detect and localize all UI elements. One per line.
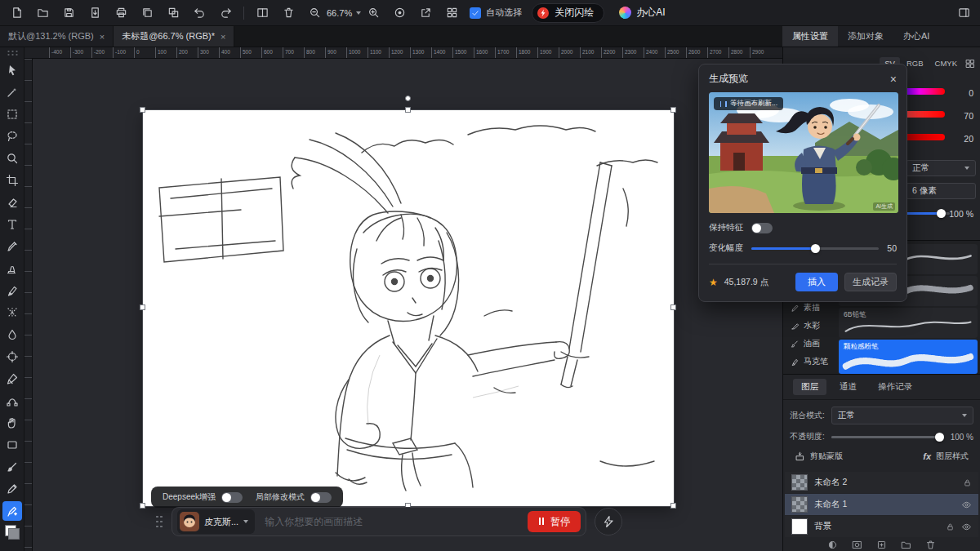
clone-stamp-tool[interactable] xyxy=(2,259,22,278)
split-view-button[interactable] xyxy=(254,5,270,21)
doc-tab-default[interactable]: 默认@131.2% (RGB) × xyxy=(0,26,114,47)
lasso-tool[interactable] xyxy=(2,127,22,146)
selection-handle[interactable] xyxy=(140,503,145,509)
export-button[interactable] xyxy=(87,5,103,21)
redo-button[interactable] xyxy=(217,5,234,21)
doc-tab-untitled[interactable]: 未标题@66.7% (RGB)* × xyxy=(114,26,234,47)
tab-close-icon[interactable]: × xyxy=(100,32,105,42)
duplicate-button[interactable] xyxy=(165,5,181,21)
adjustment-button[interactable] xyxy=(827,540,838,550)
delete-layer-button[interactable] xyxy=(925,540,936,550)
crop-tool[interactable] xyxy=(2,171,22,190)
new-file-button[interactable] xyxy=(8,5,24,21)
brush-item-grain-chalk[interactable]: 颗粒感粉笔 xyxy=(839,340,978,374)
move-tool[interactable] xyxy=(2,60,22,80)
lock-icon[interactable] xyxy=(963,478,972,487)
undo-button[interactable] xyxy=(191,5,207,21)
selection-handle[interactable] xyxy=(140,107,145,113)
shape-tool[interactable] xyxy=(2,435,22,455)
brush-tool[interactable] xyxy=(2,237,22,256)
ai-draw-tool[interactable] xyxy=(2,501,22,521)
panel-layout-button[interactable] xyxy=(956,5,972,21)
color-mode-cmyk[interactable]: CMYK xyxy=(930,57,962,69)
save-button[interactable] xyxy=(60,5,77,21)
tab-channels[interactable]: 通道 xyxy=(831,379,865,395)
curve-tool[interactable] xyxy=(2,391,22,411)
brush-size-field[interactable]: 6 像素 xyxy=(906,183,976,199)
zoom-value[interactable]: 66.7% xyxy=(327,8,352,18)
fill-tool[interactable] xyxy=(2,347,22,367)
selection-handle[interactable] xyxy=(140,304,145,310)
layer-row-background[interactable]: 背景 xyxy=(785,516,978,537)
variation-knob[interactable] xyxy=(811,244,820,253)
prompt-drag-handle[interactable] xyxy=(155,514,163,529)
print-button[interactable] xyxy=(113,5,129,21)
brush-category-oil[interactable]: 油画 xyxy=(783,335,838,353)
insert-button[interactable]: 插入 xyxy=(795,273,838,291)
eraser-tool[interactable] xyxy=(2,193,22,212)
selection-handle[interactable] xyxy=(670,107,676,113)
palette-grid-button[interactable] xyxy=(965,59,975,69)
brush-blend-select[interactable]: 正常 xyxy=(906,160,976,176)
palette-grip[interactable] xyxy=(7,50,18,56)
quick-generate-button[interactable] xyxy=(595,508,622,535)
keep-features-toggle[interactable] xyxy=(751,223,773,233)
apps-grid-button[interactable] xyxy=(443,5,460,21)
layer-row[interactable]: 未命名 2 xyxy=(785,472,978,493)
pencil-tool[interactable] xyxy=(2,479,22,499)
zoom-tool[interactable] xyxy=(2,149,22,168)
group-button[interactable] xyxy=(901,540,911,550)
lock-icon[interactable] xyxy=(946,522,955,531)
local-edit-toggle[interactable] xyxy=(310,492,332,503)
layer-opacity-slider[interactable] xyxy=(831,436,944,438)
preview-image[interactable]: 等待画布刷新... AI生成 xyxy=(709,92,898,213)
blur-tool[interactable] xyxy=(2,325,22,344)
tab-yixin-ai[interactable]: 办心AI xyxy=(893,26,939,47)
opacity-knob[interactable] xyxy=(935,433,944,442)
canvas[interactable] xyxy=(143,110,674,506)
eye-icon[interactable] xyxy=(961,522,972,532)
hand-tool[interactable] xyxy=(2,413,22,433)
open-file-button[interactable] xyxy=(34,5,51,21)
brush-opacity-slider[interactable] xyxy=(906,212,950,215)
mask-button[interactable] xyxy=(852,540,862,550)
close-flash-button[interactable]: 关闭闪绘 xyxy=(532,3,604,23)
layer-style-button[interactable]: fx 图层样式 xyxy=(923,451,969,462)
pause-button[interactable]: 暂停 xyxy=(528,511,581,532)
selection-handle[interactable] xyxy=(405,107,411,113)
new-layer-button[interactable] xyxy=(876,540,887,550)
rotate-handle[interactable] xyxy=(405,96,411,101)
brush-item-6b-pencil[interactable]: 6B铅笔 xyxy=(839,308,978,338)
layer-row-selected[interactable]: 未命名 1 xyxy=(785,494,978,515)
brush-opacity-knob[interactable] xyxy=(937,209,946,218)
pen-tool[interactable] xyxy=(2,369,22,389)
brush-category-marker[interactable]: 马克笔 xyxy=(783,353,838,371)
magic-wand-tool[interactable] xyxy=(2,82,22,102)
clipping-mask-button[interactable]: 剪贴蒙版 xyxy=(795,451,843,462)
style-selector[interactable]: 皮克斯... xyxy=(177,509,255,534)
tab-history[interactable]: 操作记录 xyxy=(870,379,920,395)
eye-icon[interactable] xyxy=(961,500,972,510)
selection-handle[interactable] xyxy=(670,503,676,509)
zoom-out-button[interactable] xyxy=(306,5,323,21)
yixin-ai-button[interactable]: 办心AI xyxy=(614,5,670,20)
prompt-input[interactable] xyxy=(263,515,519,528)
tab-add-object[interactable]: 添加对象 xyxy=(838,26,893,47)
delete-button[interactable] xyxy=(280,5,296,21)
marker-tool[interactable] xyxy=(2,281,22,300)
deepseek-enhance-toggle[interactable] xyxy=(221,492,243,503)
share-button[interactable] xyxy=(417,5,434,21)
tab-property-settings[interactable]: 属性设置 xyxy=(782,26,838,47)
spray-tool[interactable] xyxy=(2,303,22,322)
selection-handle[interactable] xyxy=(670,304,676,310)
zoom-caret-icon[interactable] xyxy=(356,11,361,15)
preview-close-button[interactable]: × xyxy=(890,73,897,85)
tab-close-icon[interactable]: × xyxy=(220,32,225,42)
canvas-area[interactable]: Deepseek增强 局部修改模式 xyxy=(33,59,782,551)
paintbrush-tool[interactable] xyxy=(2,457,22,477)
variation-slider[interactable] xyxy=(751,247,879,250)
color-swatches[interactable] xyxy=(5,525,20,540)
blend-mode-select[interactable]: 正常 xyxy=(831,407,973,424)
background-color[interactable] xyxy=(8,528,20,540)
zoom-in-button[interactable] xyxy=(365,5,381,21)
